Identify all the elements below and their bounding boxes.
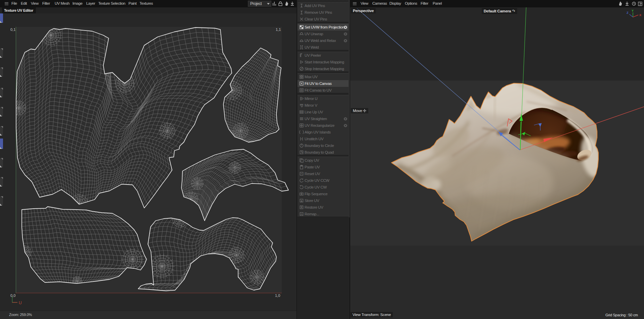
svg-text:Z: Z — [627, 11, 629, 14]
svg-text:Y: Y — [632, 9, 634, 12]
svg-text:X: X — [639, 13, 641, 17]
